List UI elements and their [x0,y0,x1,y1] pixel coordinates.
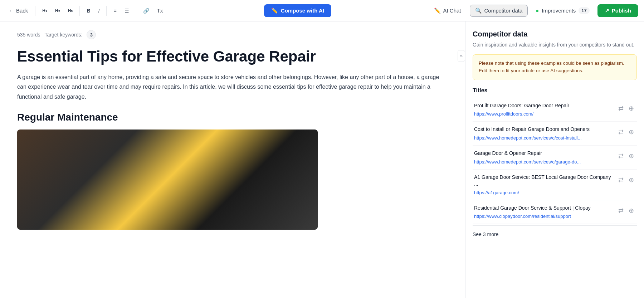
competitor-item: Residential Garage Door Service & Suppor… [473,200,637,224]
add-icon-btn-1[interactable]: ⊕ [627,103,635,114]
see-more-container: See 3 more [473,225,637,241]
warning-text: Please note that using these examples co… [479,60,631,75]
bold-button[interactable]: B [84,6,93,15]
toolbar: ← Back H₁ H₂ H₃ B I ≡ ☰ 🔗 Tx [0,0,644,21]
search-icon: 🔍 [475,8,482,14]
divider-4 [136,6,136,16]
link-icon: 🔗 [143,8,149,14]
refresh-icon-btn-1[interactable]: ⇄ [617,103,625,114]
doc-meta: 535 words Target keywords: 3 [17,30,448,39]
titles-section-label: Titles [473,87,637,94]
unordered-list-icon: ☰ [125,8,129,14]
sidebar-title: Competitor data [473,30,637,38]
article-image [17,130,318,230]
h3-button[interactable]: H₃ [65,6,75,15]
word-count: 535 words [17,32,40,38]
add-icon-btn-3[interactable]: ⊕ [627,151,635,161]
publish-button[interactable]: ↗ Publish [597,4,638,17]
add-icon-btn-4[interactable]: ⊕ [627,175,635,185]
collapse-sidebar-button[interactable]: » [458,50,465,62]
divider-1 [35,6,35,16]
toolbar-left: ← Back H₁ H₂ H₃ B I ≡ ☰ 🔗 Tx [6,5,165,16]
divider-3 [106,6,107,16]
refresh-icon-btn-5[interactable]: ⇄ [617,205,625,216]
competitor-title-3: Garage Door & Opener Repair [474,150,613,157]
competitor-title-5: Residential Garage Door Service & Suppor… [474,205,613,212]
italic-button[interactable]: I [96,6,102,15]
compose-ai-button[interactable]: ✏️ Compose with AI [264,4,331,17]
article-title: Essential Tips for Effective Garage Repa… [17,48,448,65]
competitor-actions-2: ⇄ ⊕ [617,127,635,137]
competitor-content-2: Cost to Install or Repair Garage Doors a… [474,126,613,141]
competitor-actions-3: ⇄ ⊕ [617,151,635,161]
ordered-list-icon: ≡ [113,8,116,14]
article-image-inner [17,130,318,230]
clear-format-icon: Tx [157,8,163,14]
competitor-url-2[interactable]: https://www.homedepot.com/services/c/cos… [474,135,582,141]
competitor-actions-5: ⇄ ⊕ [617,205,635,216]
back-label: Back [16,8,28,14]
keyword-count-badge: 3 [87,30,96,39]
divider-2 [79,6,80,16]
competitor-content-5: Residential Garage Door Service & Suppor… [474,205,613,220]
see-more-button[interactable]: See 3 more [473,228,498,241]
refresh-icon-btn-3[interactable]: ⇄ [617,151,625,161]
competitor-data-button[interactable]: 🔍 Competitor data [470,5,528,17]
back-button[interactable]: ← Back [6,5,31,16]
competitor-url-5[interactable]: https://www.clopaydoor.com/residential/s… [474,214,571,219]
competitor-url-3[interactable]: https://www.homedepot.com/services/c/gar… [474,159,581,165]
add-icon-btn-2[interactable]: ⊕ [627,127,635,137]
ordered-list-button[interactable]: ≡ [111,6,119,15]
competitor-url-1[interactable]: https://www.proliftdoors.com/ [474,111,533,117]
competitor-actions-1: ⇄ ⊕ [617,103,635,114]
pencil-icon: ✏️ [434,8,441,14]
competitor-url-4[interactable]: https://a1garage.com/ [474,190,519,195]
pencil-sparkle-icon: ✏️ [271,8,278,14]
link-button[interactable]: 🔗 [141,6,152,15]
competitor-item: A1 Garage Door Service: BEST Local Garag… [473,170,637,200]
article-intro: A garage is an essential part of any hom… [17,72,448,102]
competitor-sidebar: Competitor data Gain inspiration and val… [465,21,644,298]
unordered-list-button[interactable]: ☰ [122,6,132,15]
competitor-title-4: A1 Garage Door Service: BEST Local Garag… [474,174,613,188]
target-keywords-label: Target keywords: [45,32,83,38]
ai-chat-button[interactable]: ✏️ AI Chat [430,5,465,16]
competitor-item: ProLift Garage Doors: Garage Door Repair… [473,98,637,122]
main-layout: 535 words Target keywords: 3 » Essential… [0,21,644,298]
toolbar-center: ✏️ Compose with AI [264,4,331,17]
add-icon-btn-5[interactable]: ⊕ [627,205,635,216]
refresh-icon-btn-2[interactable]: ⇄ [617,127,625,137]
competitor-title-2: Cost to Install or Repair Garage Doors a… [474,126,613,133]
refresh-icon-btn-4[interactable]: ⇄ [617,175,625,185]
publish-icon: ↗ [605,8,609,14]
competitor-item: Garage Door & Opener Repair https://www.… [473,146,637,170]
competitor-item: Cost to Install or Repair Garage Doors a… [473,122,637,146]
article-section-heading: Regular Maintenance [17,112,448,123]
improvements-icon: ● [536,8,539,14]
plagiarism-warning: Please note that using these examples co… [473,54,637,80]
competitor-content-1: ProLift Garage Doors: Garage Door Repair… [474,102,613,117]
editor-area[interactable]: 535 words Target keywords: 3 » Essential… [0,21,465,298]
h1-button[interactable]: H₁ [40,6,50,15]
sidebar-subtitle: Gain inspiration and valuable insights f… [473,41,637,49]
clear-format-button[interactable]: Tx [155,6,166,15]
arrow-left-icon: ← [9,8,14,14]
h2-button[interactable]: H₂ [53,6,63,15]
toolbar-right: ✏️ AI Chat 🔍 Competitor data ● Improveme… [430,4,638,17]
competitor-title-1: ProLift Garage Doors: Garage Door Repair [474,102,613,109]
improvements-button[interactable]: ● Improvements 17 [532,5,593,16]
improvements-count-badge: 17 [579,7,589,14]
competitor-actions-4: ⇄ ⊕ [617,175,635,185]
competitor-content-4: A1 Garage Door Service: BEST Local Garag… [474,174,613,196]
chevrons-right-icon: » [460,53,463,59]
competitor-content-3: Garage Door & Opener Repair https://www.… [474,150,613,165]
